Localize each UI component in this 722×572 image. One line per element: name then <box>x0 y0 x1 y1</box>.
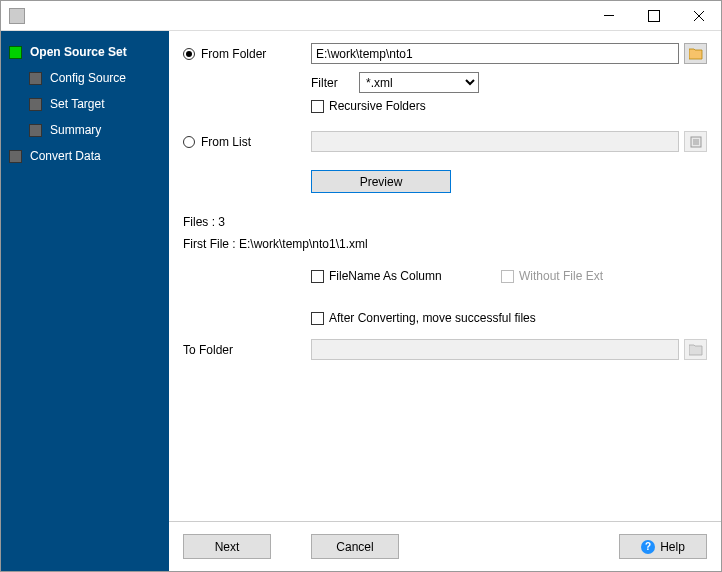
body: Open Source Set Config Source Set Target… <box>1 31 721 571</box>
sidebar-item-label: Open Source Set <box>30 45 127 59</box>
browse-to-folder-button <box>684 339 707 360</box>
filter-label: Filter <box>311 76 359 90</box>
step-box-icon <box>9 46 22 59</box>
without-ext-checkbox <box>501 270 514 283</box>
app-window: Open Source Set Config Source Set Target… <box>0 0 722 572</box>
folder-icon <box>689 344 703 356</box>
preview-label: Preview <box>360 175 403 189</box>
app-icon <box>9 8 25 24</box>
step-box-icon <box>29 124 42 137</box>
folder-icon <box>689 48 703 60</box>
recursive-label: Recursive Folders <box>329 99 426 113</box>
filter-combo[interactable]: *.xml <box>359 72 479 93</box>
sidebar-item-label: Convert Data <box>30 149 101 163</box>
filename-as-column-checkbox[interactable] <box>311 270 324 283</box>
from-list-input <box>311 131 679 152</box>
after-convert-label: After Converting, move successful files <box>329 311 536 325</box>
footer-bar: Next Cancel ? Help <box>169 521 721 571</box>
sidebar-item-summary[interactable]: Summary <box>1 117 169 143</box>
maximize-button[interactable] <box>631 1 676 30</box>
titlebar <box>1 1 721 31</box>
to-folder-label: To Folder <box>183 343 233 357</box>
files-count-text: Files : 3 <box>183 215 707 229</box>
from-folder-input[interactable] <box>311 43 679 64</box>
help-icon: ? <box>641 540 655 554</box>
sidebar-item-label: Config Source <box>50 71 126 85</box>
help-label: Help <box>660 540 685 554</box>
from-folder-radio[interactable] <box>183 48 195 60</box>
sidebar-item-open-source-set[interactable]: Open Source Set <box>1 39 169 65</box>
recursive-checkbox[interactable] <box>311 100 324 113</box>
minimize-button[interactable] <box>586 1 631 30</box>
wizard-sidebar: Open Source Set Config Source Set Target… <box>1 31 169 571</box>
list-icon <box>690 136 702 148</box>
step-box-icon <box>9 150 22 163</box>
from-list-radio[interactable] <box>183 136 195 148</box>
to-folder-input <box>311 339 679 360</box>
cancel-button[interactable]: Cancel <box>311 534 399 559</box>
first-file-text: First File : E:\work\temp\nto1\1.xml <box>183 237 707 251</box>
sidebar-item-set-target[interactable]: Set Target <box>1 91 169 117</box>
step-box-icon <box>29 72 42 85</box>
sidebar-item-config-source[interactable]: Config Source <box>1 65 169 91</box>
sidebar-item-convert-data[interactable]: Convert Data <box>1 143 169 169</box>
browse-folder-button[interactable] <box>684 43 707 64</box>
without-ext-label: Without File Ext <box>519 269 603 283</box>
after-convert-checkbox[interactable] <box>311 312 324 325</box>
step-box-icon <box>29 98 42 111</box>
from-folder-label: From Folder <box>201 47 266 61</box>
main-panel: From Folder Filter *.xml Recursive Folde… <box>169 31 721 571</box>
sidebar-item-label: Summary <box>50 123 101 137</box>
next-button[interactable]: Next <box>183 534 271 559</box>
preview-button[interactable]: Preview <box>311 170 451 193</box>
help-button[interactable]: ? Help <box>619 534 707 559</box>
from-list-label: From List <box>201 135 251 149</box>
filename-as-column-label: FileName As Column <box>329 269 442 283</box>
cancel-label: Cancel <box>336 540 373 554</box>
close-button[interactable] <box>676 1 721 30</box>
next-label: Next <box>215 540 240 554</box>
sidebar-item-label: Set Target <box>50 97 104 111</box>
browse-list-button <box>684 131 707 152</box>
